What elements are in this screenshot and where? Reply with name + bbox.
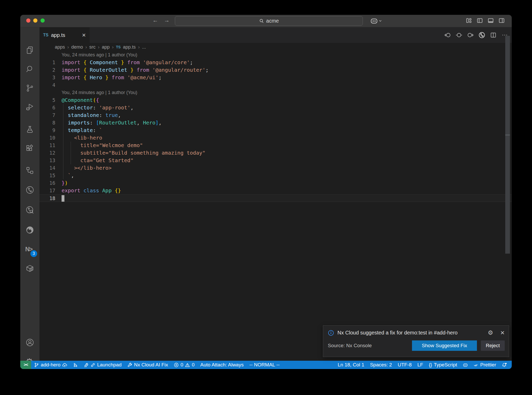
sidebar-item-git-graph[interactable] [25, 185, 35, 195]
sidebar-item-run-debug[interactable] [25, 102, 35, 112]
prettier-item[interactable]: Prettier [471, 361, 499, 369]
line-number[interactable]: 3 [39, 74, 55, 81]
code-line-9[interactable]: 9 template: ` [39, 127, 512, 134]
code-line-8[interactable]: 8 imports: [RouterOutlet, Hero], [39, 119, 512, 127]
notification-close-icon[interactable]: ✕ [500, 330, 505, 336]
language-mode-item[interactable]: {}TypeScript [426, 361, 460, 369]
code-line-6[interactable]: 6 selector: 'app-root', [39, 104, 512, 111]
code-line-3[interactable]: 3import { Hero } from '@acme/ui'; [39, 74, 512, 81]
breadcrumb-item-file[interactable]: app.ts [123, 44, 136, 50]
sidebar-item-search[interactable] [25, 64, 35, 74]
sidebar-item-hierarchy[interactable] [25, 166, 35, 175]
accounts-button[interactable] [25, 338, 35, 347]
sidebar-item-explorer[interactable] [25, 45, 35, 55]
customize-layout-icon[interactable] [466, 17, 472, 24]
status-text: LF [417, 362, 423, 368]
line-number[interactable]: 5 [39, 96, 55, 104]
sidebar-item-source-control[interactable] [25, 83, 35, 93]
toggle-secondary-sidebar-icon[interactable] [498, 17, 505, 24]
line-number[interactable]: 14 [39, 164, 55, 172]
editor[interactable]: You, 24 minutes ago | 1 author (You)1imp… [39, 51, 512, 361]
show-suggested-fix-button[interactable]: Show Suggested Fix [412, 340, 477, 351]
code-line-16[interactable]: 16}) [39, 179, 512, 187]
toggle-panel-icon[interactable] [487, 17, 494, 24]
launchpad-item[interactable]: Launchpad [81, 361, 124, 369]
line-number[interactable]: 17 [39, 187, 55, 194]
notifications-item[interactable] [499, 361, 510, 369]
nx-cloud-ai-fix-item[interactable]: Nx Cloud AI Fix [124, 361, 171, 369]
code-line-1[interactable]: 1import { Component } from '@angular/cor… [39, 59, 512, 66]
breadcrumb-item-demo[interactable]: demo [71, 44, 83, 50]
history-back-button[interactable]: ← [151, 17, 159, 24]
line-number[interactable]: 10 [39, 134, 55, 142]
navigate-current-button[interactable] [456, 32, 462, 38]
navigate-back-button[interactable] [444, 32, 451, 38]
open-git-graph-button[interactable] [478, 32, 485, 38]
code-line-2[interactable]: 2import { RouterOutlet } from '@angular/… [39, 66, 512, 74]
tab-app-ts[interactable]: TS app.ts ✕ [39, 27, 90, 43]
toggle-primary-sidebar-icon[interactable] [476, 17, 483, 24]
line-number[interactable]: 15 [39, 172, 55, 179]
sidebar-item-nx-console[interactable]: N>3 [25, 246, 35, 255]
sidebar-item-gitlens[interactable] [25, 205, 35, 215]
line-number[interactable]: 4 [39, 81, 55, 89]
breadcrumb-separator: › [67, 44, 69, 50]
code-line-14[interactable]: 14 ></lib-hero> [39, 164, 512, 172]
tab-close-icon[interactable]: ✕ [82, 32, 86, 38]
typescript-file-icon[interactable]: TS [116, 45, 121, 49]
code-line-11[interactable]: 11 title="Welcmoe demo" [39, 142, 512, 149]
sidebar-item-containers[interactable] [25, 264, 35, 273]
breadcrumb-symbol-tail[interactable]: ... [142, 44, 146, 50]
sidebar-item-testing[interactable] [25, 125, 35, 134]
problems-item[interactable]: 00 [171, 361, 197, 369]
code-line-17[interactable]: 17export class App {} [39, 187, 512, 194]
git-graph-item[interactable] [70, 361, 81, 369]
nx-badge: 3 [30, 250, 37, 257]
remote-indicator[interactable]: >< [20, 361, 31, 369]
indentation-item[interactable]: Spaces: 2 [367, 361, 395, 369]
line-number[interactable]: 13 [39, 157, 55, 164]
line-number[interactable]: 11 [39, 142, 55, 149]
code-line-10[interactable]: 10 <lib-hero [39, 134, 512, 142]
command-center-search[interactable]: acme [175, 16, 363, 26]
code-line-5[interactable]: 5@Component({ [39, 96, 512, 104]
navigate-forward-button[interactable] [467, 32, 474, 38]
line-number[interactable]: 1 [39, 59, 55, 66]
line-number[interactable]: 6 [39, 104, 55, 111]
minimize-window-button[interactable] [33, 18, 37, 23]
eol-item[interactable]: LF [415, 361, 426, 369]
close-window-button[interactable] [26, 18, 30, 23]
sidebar-item-extensions[interactable] [25, 144, 35, 153]
notification-settings-icon[interactable]: ⚙ [488, 329, 493, 336]
reject-button[interactable]: Reject [481, 340, 505, 351]
maximize-window-button[interactable] [41, 18, 45, 23]
sidebar-item-edge-tools[interactable] [25, 225, 35, 235]
line-number[interactable]: 8 [39, 119, 55, 127]
line-number[interactable]: 9 [39, 127, 55, 134]
line-number[interactable]: 2 [39, 66, 55, 74]
copilot-item[interactable] [460, 361, 471, 369]
line-number[interactable]: 12 [39, 149, 55, 157]
editor-scrollbar[interactable] [505, 36, 510, 254]
auto-attach-item[interactable]: Auto Attach: Always [197, 361, 247, 369]
split-editor-button[interactable] [490, 32, 497, 38]
git-branch-item[interactable]: add-hero [31, 361, 70, 369]
vim-mode-item[interactable]: -- NORMAL -- [247, 361, 282, 369]
code-line-7[interactable]: 7 standalone: true, [39, 111, 512, 119]
breadcrumb-item-src[interactable]: src [89, 44, 96, 50]
code-line-18[interactable]: 18 [39, 194, 512, 202]
code-line-12[interactable]: 12 subtitle="Build something amazing tod… [39, 149, 512, 157]
titlebar[interactable]: ← → acme [20, 15, 512, 27]
code-line-15[interactable]: 15 `, [39, 172, 512, 179]
cursor-position-item[interactable]: Ln 18, Col 1 [335, 361, 367, 369]
code-line-13[interactable]: 13 cta="Get Started" [39, 157, 512, 164]
code-line-4[interactable]: 4 [39, 81, 512, 89]
encoding-item[interactable]: UTF-8 [395, 361, 415, 369]
line-number[interactable]: 7 [39, 111, 55, 119]
copilot-menu-button[interactable] [370, 17, 382, 25]
history-forward-button[interactable]: → [163, 17, 171, 24]
breadcrumb-item-app[interactable]: app [102, 44, 110, 50]
line-number[interactable]: 16 [39, 179, 55, 187]
line-number[interactable]: 18 [39, 195, 55, 202]
breadcrumb-item-apps[interactable]: apps [55, 44, 65, 50]
